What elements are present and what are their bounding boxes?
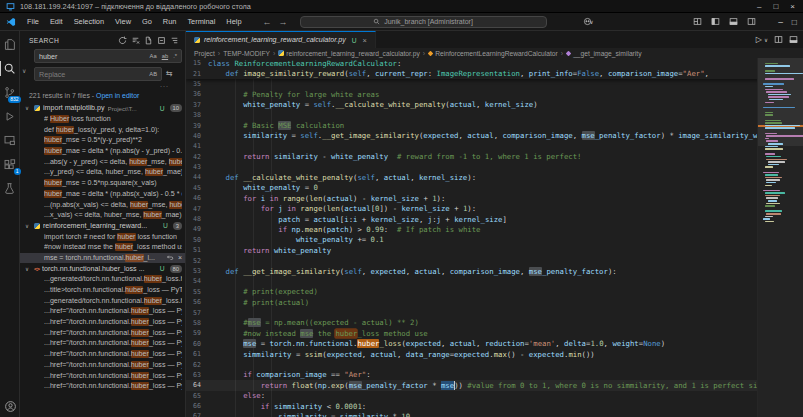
search-result-row[interactable]: ...abs(y - y_pred) <= delta, huber_mse, … (20, 156, 185, 167)
code-line-59[interactable]: 59 #now instead mse the huber_loss metho… (186, 328, 803, 338)
activitybar-source-control[interactable]: 832 (2, 85, 18, 100)
code-editor[interactable]: 15class ReinforcementLearningRewardCalcu… (186, 58, 803, 417)
toggle-secondary-sidebar-icon[interactable] (747, 17, 756, 26)
menu-run[interactable]: Run (158, 15, 182, 28)
code-line-49[interactable]: 49 if np.mean(patch) > 0.99: # If patch … (186, 224, 803, 234)
search-result-row[interactable]: ...title>torch.nn.functional.huber_loss … (20, 285, 185, 296)
code-line-44[interactable]: 44 def __calculate_white_penalty(self, a… (186, 172, 803, 182)
window-minimize-button[interactable]: – (778, 17, 783, 27)
activitybar-accounts[interactable] (0, 400, 20, 413)
code-line-46[interactable]: 46 for i in range(len(actual) - kernel_s… (186, 193, 803, 203)
open-in-editor-link[interactable]: Open in editor (96, 92, 139, 99)
code-line-45[interactable]: 45 white_penalty = 0 (186, 183, 803, 193)
refresh-icon[interactable] (118, 36, 127, 45)
code-line-47[interactable]: 47 for j in range(len(actual[0]) - kerne… (186, 203, 803, 213)
activitybar-remote-explorer[interactable] (2, 133, 18, 148)
code-line-62[interactable]: 62 (186, 359, 803, 369)
activitybar-testing[interactable] (2, 181, 18, 196)
breadcrumb-item[interactable]: Project (194, 50, 215, 57)
menu-edit[interactable]: Edit (45, 15, 68, 28)
code-line-15[interactable]: 15class ReinforcementLearningRewardCalcu… (186, 58, 803, 68)
code-line-64[interactable]: 64 return float(np.exp(mse_penalty_facto… (186, 380, 803, 390)
activitybar-explorer[interactable] (2, 37, 18, 52)
regex-toggle[interactable]: .* (172, 52, 178, 60)
toggle-replace-icon[interactable]: ∨ (22, 67, 26, 74)
code-line-37[interactable]: 37 white_penalty = self.__calculate_whit… (186, 100, 803, 110)
dismiss-match-icon[interactable]: × (178, 254, 182, 261)
search-result-row[interactable]: #now instead mse the huber_loss method u… (20, 242, 185, 253)
menu-terminal[interactable]: Terminal (182, 15, 220, 28)
toggle-sidebar-icon[interactable] (711, 17, 720, 26)
command-center[interactable]: Junik_branch [Administrator] (300, 16, 547, 28)
search-result-row[interactable]: # Huber loss function (20, 114, 185, 125)
search-result-row[interactable]: ...href="/torch.nn.functional.huber_loss… (20, 360, 185, 371)
code-line-40[interactable]: 40 similarity = self.__get_image_similar… (186, 131, 803, 141)
activitybar-extensions[interactable]: 1 (2, 157, 18, 172)
toggle-panel-icon[interactable] (729, 17, 738, 26)
replace-all-button[interactable]: ⇆ (166, 67, 173, 80)
code-line-55[interactable]: 55 # print(expected) (186, 287, 803, 297)
code-line-66[interactable]: 66 if simmilarity < 0.0001: (186, 401, 803, 411)
code-line-35[interactable]: 35 (186, 79, 803, 89)
tab-reinforcement-learning-reward-calculator[interactable]: reinforcement_learning_reward_calculator… (186, 31, 376, 48)
code-line-48[interactable]: 48 patch = actual[i:i + kernel_size, j:j… (186, 214, 803, 224)
run-dropdown-icon[interactable]: ∨ (764, 37, 768, 43)
code-line-57[interactable]: 57 (186, 307, 803, 317)
menu-selection[interactable]: Selection (69, 15, 109, 28)
search-result-row[interactable]: ...href="/torch.nn.functional.huber_loss… (20, 370, 185, 381)
clear-search-results-icon[interactable] (131, 36, 140, 45)
menu-help[interactable]: Help (221, 15, 246, 28)
whole-word-toggle[interactable]: ab (161, 52, 169, 60)
search-result-row[interactable]: ...href="/torch.nn.functional.huber_loss… (20, 349, 185, 360)
search-result-row[interactable]: def huber_loss(y_pred, y, delta=1.0): (20, 124, 185, 135)
activitybar-run-debug[interactable] (2, 109, 18, 124)
code-line-60[interactable]: 60 mse = torch.nn.functional.huber_loss(… (186, 339, 803, 349)
search-result-row[interactable]: huber_mae = delta * (np.abs(x_vals) - 0.… (20, 189, 185, 200)
search-result-row[interactable]: huber_mse = 0.5*np.square(x_vals) (20, 178, 185, 189)
search-result-row[interactable]: ...href="/torch.nn.functional.huber_loss… (20, 306, 185, 317)
nav-back-icon[interactable]: ← (263, 17, 272, 27)
breadcrumb[interactable]: Project›TEMP-MODIFY›reinforcement_learni… (186, 48, 803, 58)
open-new-search-editor-icon[interactable] (144, 36, 153, 45)
search-result-row[interactable]: ...generated/torch.nn.functional.huber_l… (20, 295, 185, 306)
code-line-38[interactable]: 38 (186, 110, 803, 120)
split-editor-icon[interactable] (774, 35, 783, 44)
sticky-scroll[interactable]: 15class ReinforcementLearningRewardCalcu… (186, 58, 803, 79)
code-line-21[interactable]: 21 def image_similarity_reward(self, cur… (186, 68, 803, 78)
rdp-minimize-button[interactable]: – (757, 1, 761, 12)
search-result-row[interactable]: import torch # need for huber loss funct… (20, 231, 185, 242)
copilot-menu[interactable]: ∨ (583, 17, 594, 26)
search-file-row[interactable]: ∨reinforcement_learning_reward...U3 (20, 221, 185, 232)
code-line-61[interactable]: 61 simmilarity = ssim(expected, actual, … (186, 349, 803, 359)
rdp-maximize-button[interactable]: □ (773, 1, 778, 12)
code-line-51[interactable]: 51 return white_penalty (186, 245, 803, 255)
search-result-row[interactable]: huber_mae = delta * (np.abs(y - y_pred) … (20, 146, 185, 157)
collapse-all-icon[interactable] (157, 36, 166, 45)
code-line-52[interactable]: 52 (186, 255, 803, 265)
more-actions-icon[interactable] (789, 35, 798, 44)
search-file-row[interactable]: ∨import matplotlib.pyProject\T...U10 (20, 103, 185, 114)
minimap[interactable] (757, 58, 803, 417)
search-result-row[interactable]: ...generated/torch.nn.functional.huber_l… (20, 274, 185, 285)
code-line-54[interactable]: 54 (186, 276, 803, 286)
search-result-row[interactable]: ...href="/torch.nn.functional.huber_loss… (20, 327, 185, 338)
search-result-row[interactable]: ...(np.abs(x_vals) <= delta, huber_mse, … (20, 199, 185, 210)
menu-go[interactable]: Go (137, 15, 157, 28)
code-line-42[interactable]: 42 return similarity - white_penalty # r… (186, 152, 803, 162)
code-line-53[interactable]: 53 def __get_image_similarity(self, expe… (186, 266, 803, 276)
activitybar-search[interactable] (2, 61, 18, 76)
search-file-row[interactable]: ∨<>torch.nn.functional.huber_loss ...U80 (20, 263, 185, 274)
toggle-search-details-icon[interactable]: ··· (34, 83, 179, 90)
code-line-36[interactable]: 36 # Penalty for large white areas (186, 89, 803, 99)
code-line-56[interactable]: 56 # print(actual) (186, 297, 803, 307)
code-line-39[interactable]: 39 # Basic MSE calculation (186, 120, 803, 130)
code-lines[interactable]: 3536 # Penalty for large white areas37 w… (186, 79, 803, 417)
replace-match-icon[interactable] (166, 254, 174, 262)
code-line-67[interactable]: 67 simmilarity = simmilarity * 10 (186, 411, 803, 417)
match-case-toggle[interactable]: Aa (149, 52, 158, 60)
search-result-row[interactable]: ...href="/torch.nn.functional.huber_loss… (20, 381, 185, 392)
breadcrumb-item[interactable]: __get_image_similarity (566, 50, 641, 57)
code-line-50[interactable]: 50 white_penalty += 0.1 (186, 235, 803, 245)
code-line-65[interactable]: 65 else: (186, 391, 803, 401)
search-result-row[interactable]: ...y_pred) <= delta, huber_mse, huber_ma… (20, 167, 185, 178)
